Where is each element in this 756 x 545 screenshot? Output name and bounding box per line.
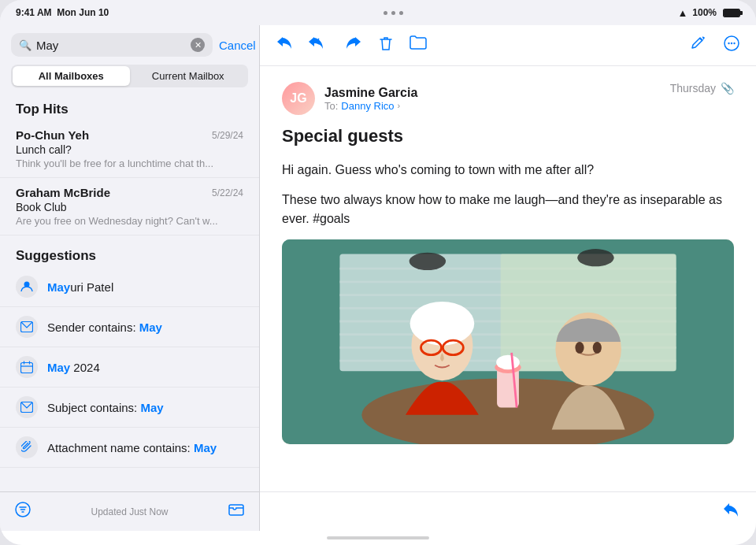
reply-all-button[interactable]: [309, 35, 329, 56]
svg-point-27: [577, 249, 613, 266]
ipad-frame: 9:41 AM Mon Jun 10 ▲ 100% 🔍 ✕: [0, 0, 756, 545]
toolbar-right: [690, 35, 740, 56]
forward-button[interactable]: [345, 35, 362, 56]
dot1: [384, 11, 387, 15]
home-indicator: [0, 531, 756, 545]
all-mailboxes-tab[interactable]: All Mailboxes: [13, 66, 130, 86]
svg-rect-5: [229, 505, 243, 515]
search-input[interactable]: [36, 39, 186, 52]
suggestion-item-calendar[interactable]: May 2024: [0, 347, 259, 387]
attachment-indicator-icon: 📎: [721, 82, 734, 95]
mailbox-icon[interactable]: [228, 501, 245, 522]
more-button[interactable]: [723, 35, 740, 56]
segment-control: All Mailboxes Current Mailbox: [11, 65, 248, 87]
reply-button[interactable]: [721, 501, 740, 523]
trash-button[interactable]: [378, 35, 394, 56]
status-center: [384, 11, 403, 15]
home-bar: [327, 536, 429, 539]
email-date-1: 5/29/24: [212, 130, 243, 141]
search-clear-button[interactable]: ✕: [191, 38, 205, 52]
right-panel: JG Jasmine Garcia To: Danny Rico › Thurs…: [260, 25, 756, 531]
email-body-paragraph-2: These two always know how to make me lau…: [282, 191, 734, 228]
email-item-1[interactable]: Po-Chun Yeh 5/29/24 Lunch call? Think yo…: [0, 120, 259, 178]
mail-icon-sender: [16, 316, 38, 338]
top-hits-header: Top Hits: [0, 95, 259, 120]
email-meta: JG Jasmine Garcia To: Danny Rico › Thurs…: [282, 82, 734, 115]
suggestion-item-sender[interactable]: Sender contains: May: [0, 307, 259, 347]
battery-percent: 100%: [692, 7, 717, 18]
suggestion-item-attachment[interactable]: Attachment name contains: May: [0, 428, 259, 468]
email-toolbar: [260, 25, 756, 66]
email-sender-1: Po-Chun Yeh: [16, 128, 89, 142]
status-time: 9:41 AM Mon Jun 10: [16, 7, 109, 18]
cancel-button[interactable]: Cancel: [219, 39, 256, 52]
email-subject-1: Lunch call?: [16, 143, 243, 156]
suggestion-text-sender: Sender contains: May: [47, 321, 162, 334]
to-label: To:: [324, 100, 338, 112]
suggestion-text-calendar: May 2024: [47, 361, 100, 374]
status-right: ▲ 100%: [677, 7, 740, 19]
left-panel: 🔍 ✕ Cancel All Mailboxes Current Mailbox…: [0, 25, 260, 531]
email-subject-display: Special guests: [282, 126, 734, 146]
svg-point-29: [410, 302, 475, 346]
svg-rect-2: [21, 363, 33, 373]
svg-point-9: [733, 43, 735, 44]
recipient-chevron-icon: ›: [398, 101, 401, 110]
right-bottom-bar: [260, 491, 756, 531]
dot2: [391, 11, 395, 15]
sender-name: Jasmine Garcia: [324, 86, 417, 100]
dot3: [399, 11, 403, 15]
email-date-display: Thursday 📎: [670, 82, 734, 95]
current-mailbox-tab[interactable]: Current Mailbox: [130, 66, 247, 86]
email-subject-2: Book Club: [16, 201, 243, 213]
recipient-row: To: Danny Rico ›: [324, 100, 417, 112]
svg-point-34: [575, 342, 584, 354]
update-status: Updated Just Now: [91, 506, 168, 517]
sender-info: JG Jasmine Garcia To: Danny Rico ›: [282, 82, 417, 115]
search-icon: 🔍: [19, 39, 32, 51]
search-bar: 🔍 ✕ Cancel: [0, 25, 259, 65]
email-item-2[interactable]: Graham McBride 5/22/24 Book Club Are you…: [0, 178, 259, 235]
filter-icon[interactable]: [14, 501, 32, 522]
suggestion-item-subject[interactable]: Subject contains: May: [0, 387, 259, 428]
compose-button[interactable]: [690, 35, 707, 56]
sender-details: Jasmine Garcia To: Danny Rico ›: [324, 86, 417, 112]
suggestions-header: Suggestions: [0, 242, 259, 267]
svg-point-35: [593, 342, 602, 354]
email-content: JG Jasmine Garcia To: Danny Rico › Thurs…: [260, 66, 756, 491]
email-header-row-1: Po-Chun Yeh 5/29/24: [16, 128, 243, 142]
svg-point-26: [410, 253, 446, 270]
email-date-2: 5/22/24: [212, 187, 243, 198]
email-body-paragraph-1: Hi again. Guess who's coming to town wit…: [282, 161, 734, 180]
email-header-row-2: Graham McBride 5/22/24: [16, 186, 243, 199]
person-icon: [16, 276, 38, 298]
email-preview-1: Think you'll be free for a lunchtime cha…: [16, 158, 243, 169]
email-body: Hi again. Guess who's coming to town wit…: [282, 161, 734, 228]
email-preview-2: Are you free on Wednesday night? Can't w…: [16, 215, 243, 227]
suggestion-text-attachment: Attachment name contains: May: [47, 441, 217, 454]
results-list: Top Hits Po-Chun Yeh 5/29/24 Lunch call?…: [0, 95, 259, 491]
suggestion-text-person: Mayuri Patel: [47, 280, 113, 294]
folder-button[interactable]: [410, 35, 427, 56]
avatar: JG: [282, 82, 315, 115]
battery-icon: [723, 9, 740, 17]
email-sender-2: Graham McBride: [16, 186, 110, 199]
left-bottom-bar: Updated Just Now: [0, 491, 259, 531]
reply-back-button[interactable]: [276, 35, 293, 56]
search-input-container[interactable]: 🔍 ✕: [11, 33, 213, 57]
suggestion-text-subject: Subject contains: May: [47, 401, 164, 414]
svg-point-7: [728, 43, 729, 44]
calendar-icon: [16, 356, 38, 378]
main-content: 🔍 ✕ Cancel All Mailboxes Current Mailbox…: [0, 25, 756, 531]
mail-icon-subject: [16, 396, 38, 418]
recipient-name[interactable]: Danny Rico: [341, 100, 394, 112]
email-image: [282, 239, 734, 444]
attachment-icon: [16, 436, 38, 458]
toolbar-left: [276, 35, 427, 56]
suggestion-item-person[interactable]: Mayuri Patel: [0, 267, 259, 307]
status-bar: 9:41 AM Mon Jun 10 ▲ 100%: [0, 0, 756, 25]
email-date-text: Thursday: [670, 82, 716, 95]
wifi-icon: ▲: [677, 7, 687, 19]
svg-point-24: [496, 355, 520, 370]
svg-point-8: [731, 43, 732, 44]
